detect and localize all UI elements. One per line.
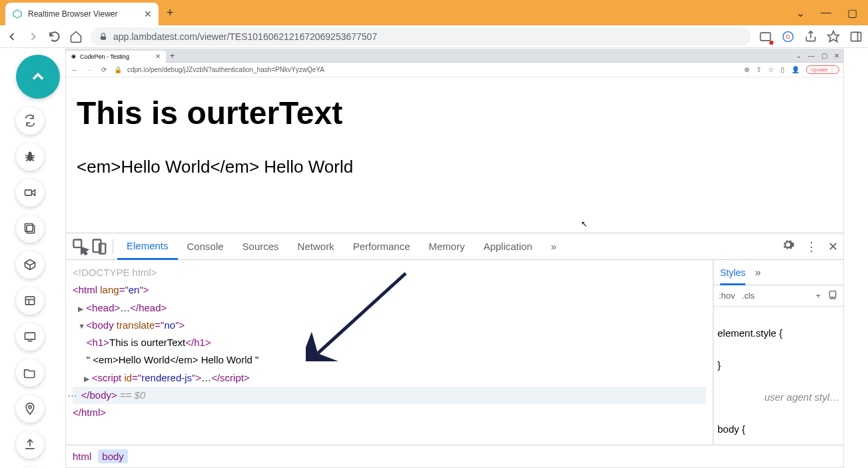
resolution-button[interactable] bbox=[16, 323, 44, 351]
outer-url-text: app.lambdatest.com/viewer/TES10160621216… bbox=[113, 31, 377, 42]
home-button[interactable] bbox=[69, 30, 83, 43]
lock-icon bbox=[99, 32, 108, 41]
inner-browser-window: ◉ CodePen - Testing ✕ + ⌄ — ▢ ✕ ← → ⟳ 🔒 … bbox=[65, 49, 844, 468]
styles-filter-bar: :hov .cls + bbox=[713, 285, 843, 307]
svg-rect-17 bbox=[25, 333, 35, 339]
inner-reload-button[interactable]: ⟳ bbox=[99, 66, 109, 73]
switch-button[interactable] bbox=[16, 107, 44, 135]
chevron-down-icon[interactable]: ⌄ bbox=[796, 7, 805, 19]
lambdatest-side-toolbar bbox=[16, 55, 60, 468]
inner-tab[interactable]: ◉ CodePen - Testing ✕ bbox=[66, 51, 166, 63]
svg-rect-21 bbox=[74, 239, 82, 247]
new-style-rule-icon[interactable]: + bbox=[815, 291, 821, 301]
outer-address-bar: app.lambdatest.com/viewer/TES10160621216… bbox=[0, 25, 868, 48]
files-button[interactable] bbox=[16, 359, 44, 387]
breadcrumb-html[interactable]: html bbox=[73, 451, 91, 462]
svg-point-19 bbox=[29, 405, 31, 408]
cls-toggle[interactable]: .cls bbox=[742, 291, 755, 301]
lock-icon: 🔒 bbox=[114, 66, 122, 73]
chevron-down-icon[interactable]: ⌄ bbox=[796, 52, 801, 59]
inner-tab-title: CodePen - Testing bbox=[80, 53, 129, 60]
maximize-icon[interactable]: ▢ bbox=[821, 52, 827, 59]
google-icon[interactable]: G bbox=[781, 30, 795, 43]
inner-new-tab-button[interactable]: + bbox=[170, 51, 175, 61]
svg-rect-14 bbox=[25, 297, 34, 305]
outer-browser-tabbar: Realtime Browser Viewer ✕ + ⌄ — ▢ bbox=[0, 0, 868, 25]
profile-icon[interactable]: 👤 bbox=[791, 66, 799, 73]
inner-window-controls: ⌄ — ▢ ✕ bbox=[796, 52, 843, 59]
svg-rect-1 bbox=[101, 36, 106, 39]
gear-icon[interactable] bbox=[781, 238, 795, 255]
update-button[interactable]: Update ⋮ bbox=[806, 65, 839, 74]
back-button[interactable] bbox=[5, 30, 19, 43]
zoom-icon[interactable]: ⊕ bbox=[744, 66, 749, 73]
device-toggle-icon[interactable] bbox=[90, 237, 109, 256]
share-icon[interactable] bbox=[804, 30, 817, 43]
close-icon[interactable]: ✕ bbox=[155, 53, 161, 60]
outer-browser-tab[interactable]: Realtime Browser Viewer ✕ bbox=[5, 3, 159, 25]
tab-elements[interactable]: Elements bbox=[117, 233, 178, 260]
inner-tabbar: ◉ CodePen - Testing ✕ + ⌄ — ▢ ✕ bbox=[66, 49, 843, 63]
bug-button[interactable] bbox=[16, 143, 44, 171]
close-icon[interactable]: ✕ bbox=[828, 239, 838, 254]
tab-application[interactable]: Application bbox=[474, 233, 542, 260]
styles-tab[interactable]: Styles bbox=[720, 267, 745, 285]
record-button[interactable] bbox=[16, 179, 44, 207]
collapse-up-button[interactable] bbox=[16, 55, 60, 99]
page-content: This is ourterText <em>Hello World</em> … bbox=[66, 77, 843, 195]
tab-network[interactable]: Network bbox=[288, 233, 344, 260]
forward-button[interactable] bbox=[27, 30, 40, 43]
window-controls: ⌄ — ▢ bbox=[796, 7, 863, 19]
outer-url-input[interactable]: app.lambdatest.com/viewer/TES10160621216… bbox=[91, 27, 751, 46]
svg-marker-0 bbox=[13, 10, 21, 18]
hov-toggle[interactable]: :hov bbox=[719, 291, 735, 301]
svg-rect-10 bbox=[25, 190, 32, 195]
share-icon[interactable]: ⇧ bbox=[756, 66, 761, 73]
inspect-element-icon[interactable] bbox=[71, 237, 90, 256]
lambdatest-favicon-icon bbox=[12, 9, 23, 19]
svg-marker-5 bbox=[828, 31, 839, 41]
svg-rect-2 bbox=[761, 33, 771, 41]
new-tab-button[interactable]: + bbox=[167, 6, 174, 20]
inner-url-text[interactable]: cdpn.io/pen/debug/jJZvzbN?authentication… bbox=[127, 66, 739, 73]
location-button[interactable] bbox=[16, 395, 44, 423]
svg-rect-6 bbox=[851, 32, 861, 41]
computed-pin-icon[interactable] bbox=[827, 289, 838, 302]
cursor-icon: ↖ bbox=[581, 219, 588, 229]
tab-performance[interactable]: Performance bbox=[344, 233, 420, 260]
minimize-icon[interactable]: — bbox=[821, 7, 831, 19]
devtools-styles-panel: Styles » :hov .cls + element.style { } u… bbox=[713, 260, 843, 445]
devtools-tabbar: Elements Console Sources Network Perform… bbox=[66, 233, 843, 260]
page-text-line: <em>Hello World</em> Hello World bbox=[77, 157, 833, 177]
page-heading: This is ourterText bbox=[77, 95, 833, 131]
breadcrumb-body[interactable]: body bbox=[98, 449, 128, 463]
inner-forward-button[interactable]: → bbox=[85, 66, 94, 73]
side-panel-icon[interactable]: ▯ bbox=[781, 66, 785, 73]
inner-address-bar: ← → ⟳ 🔒 cdpn.io/pen/debug/jJZvzbN?authen… bbox=[66, 63, 843, 77]
gallery-button[interactable] bbox=[16, 215, 44, 243]
star-icon[interactable]: ☆ bbox=[768, 66, 774, 73]
project-button[interactable] bbox=[16, 287, 44, 315]
translate-icon[interactable] bbox=[759, 30, 772, 43]
close-icon[interactable]: ✕ bbox=[144, 9, 152, 19]
inner-back-button[interactable]: ← bbox=[70, 66, 79, 73]
svg-point-9 bbox=[29, 152, 32, 155]
devtools-dom-tree[interactable]: <!DOCTYPE html> <html lang="en"> ▶<head>… bbox=[66, 260, 713, 445]
more-styles-tabs-icon[interactable]: » bbox=[755, 267, 761, 279]
star-icon[interactable] bbox=[827, 30, 840, 43]
tab-sources[interactable]: Sources bbox=[233, 233, 288, 260]
svg-rect-25 bbox=[829, 291, 835, 297]
kebab-icon[interactable]: ⋮ bbox=[805, 239, 817, 254]
devtools-panel: Elements Console Sources Network Perform… bbox=[66, 233, 843, 467]
minimize-icon[interactable]: — bbox=[808, 52, 815, 59]
tab-more[interactable]: » bbox=[542, 233, 566, 260]
tab-console[interactable]: Console bbox=[178, 233, 233, 260]
side-panel-icon[interactable] bbox=[849, 30, 863, 43]
upload-button[interactable] bbox=[16, 431, 44, 459]
styles-rules[interactable]: element.style { } user agent styl… body … bbox=[713, 307, 843, 445]
maximize-icon[interactable]: ▢ bbox=[847, 7, 857, 19]
reload-button[interactable] bbox=[48, 30, 61, 43]
tab-memory[interactable]: Memory bbox=[420, 233, 474, 260]
cube-button[interactable] bbox=[16, 251, 44, 279]
close-icon[interactable]: ✕ bbox=[834, 52, 839, 59]
